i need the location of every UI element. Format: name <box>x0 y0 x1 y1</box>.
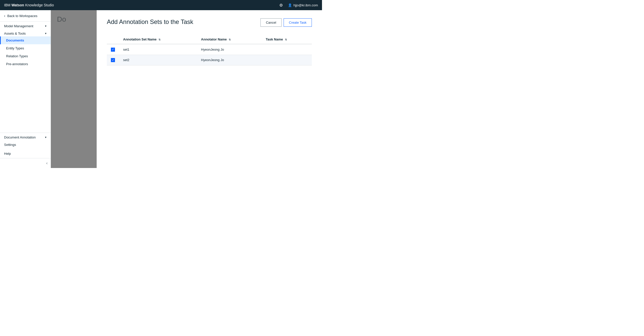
back-label: Back to Workspaces <box>7 14 37 18</box>
row-checkbox-cell <box>107 44 119 55</box>
cancel-button[interactable]: Cancel <box>260 18 281 27</box>
sidebar-item-relation-types[interactable]: Relation Types <box>0 52 51 60</box>
sort-icon-task: ⇅ <box>285 38 287 41</box>
create-task-button[interactable]: Create Task <box>284 18 312 27</box>
modal-container: Add Annotation Sets to the Task Cancel C… <box>51 10 322 168</box>
collapse-icon: ‹ <box>46 161 48 165</box>
task-name-cell <box>262 44 312 55</box>
table-header-checkbox <box>107 35 119 44</box>
checkbox-checked[interactable] <box>111 58 115 62</box>
sort-icon-annotator: ⇅ <box>229 38 231 41</box>
back-arrow-icon: ‹ <box>4 14 5 18</box>
task-name-cell <box>262 55 312 65</box>
gear-icon[interactable]: ⚙ <box>279 3 283 8</box>
brand-logo: IBM Watson Knowledge Studio <box>4 3 54 7</box>
chevron-down-icon: ▾ <box>45 24 47 28</box>
sidebar-bottom: Document Annotation ▾ Settings Help <box>0 133 51 158</box>
sort-icon-annotation-set: ⇅ <box>158 38 160 41</box>
sidebar-section-model-management[interactable]: Model Management ▾ <box>0 22 51 29</box>
brand-watson: Watson <box>11 3 24 7</box>
table-row: set1HyeonJeong Jo <box>107 44 312 55</box>
sidebar: ‹ Back to Workspaces Model Management ▾ … <box>0 10 51 168</box>
main-content: Do Add Annotation Sets to the Task Cance… <box>51 10 322 168</box>
sidebar-item-settings[interactable]: Settings <box>0 140 51 149</box>
sidebar-section-assets-tools[interactable]: Assets & Tools ▾ <box>0 29 51 36</box>
sidebar-item-documents[interactable]: Documents <box>0 36 51 44</box>
sidebar-item-pre-annotators[interactable]: Pre-annotators <box>0 60 51 68</box>
brand-ibm: IBM <box>4 3 10 7</box>
brand-suffix: Knowledge Studio <box>25 3 54 7</box>
modal-header: Add Annotation Sets to the Task Cancel C… <box>107 18 312 27</box>
checkbox-checked[interactable] <box>111 48 115 52</box>
user-email: 👤 hjjo@kr.ibm.com <box>288 3 318 7</box>
back-to-workspaces[interactable]: ‹ Back to Workspaces <box>0 10 51 22</box>
modal-panel: Add Annotation Sets to the Task Cancel C… <box>97 10 322 168</box>
annotation-sets-table-wrapper: Annotation Set Name ⇅ Annotator Name ⇅ T… <box>107 35 312 160</box>
annotation-sets-table: Annotation Set Name ⇅ Annotator Name ⇅ T… <box>107 35 312 65</box>
table-header-annotator-name[interactable]: Annotator Name ⇅ <box>197 35 261 44</box>
sidebar-collapse-button[interactable]: ‹ <box>0 158 51 168</box>
table-header-row: Annotation Set Name ⇅ Annotator Name ⇅ T… <box>107 35 312 44</box>
model-management-label: Model Management <box>4 24 33 28</box>
top-navigation: IBM Watson Knowledge Studio ⚙ 👤 hjjo@kr.… <box>0 0 322 10</box>
annotation-set-name-cell: set1 <box>119 44 197 55</box>
chevron-down-icon-2: ▾ <box>45 136 47 139</box>
sidebar-item-entity-types[interactable]: Entity Types <box>0 44 51 52</box>
chevron-up-icon: ▾ <box>45 32 47 35</box>
annotator-name-cell: HyeonJeong Jo <box>197 55 261 65</box>
table-row: set2HyeonJeong Jo <box>107 55 312 65</box>
user-icon: 👤 <box>288 3 292 7</box>
row-checkbox-cell <box>107 55 119 65</box>
modal-title: Add Annotation Sets to the Task <box>107 18 193 25</box>
top-nav-right: ⚙ 👤 hjjo@kr.ibm.com <box>279 3 318 8</box>
assets-tools-label: Assets & Tools <box>4 32 26 35</box>
annotation-set-name-cell: set2 <box>119 55 197 65</box>
table-header-task-name[interactable]: Task Name ⇅ <box>262 35 312 44</box>
annotator-name-cell: HyeonJeong Jo <box>197 44 261 55</box>
modal-actions: Cancel Create Task <box>260 18 312 27</box>
table-header-annotation-set-name[interactable]: Annotation Set Name ⇅ <box>119 35 197 44</box>
sidebar-item-document-annotation[interactable]: Document Annotation ▾ <box>0 133 51 140</box>
sidebar-item-help[interactable]: Help <box>0 149 51 158</box>
